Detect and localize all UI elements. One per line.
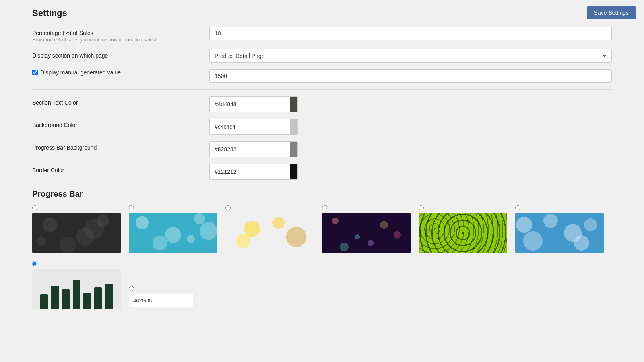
page-title: Settings: [32, 8, 612, 19]
section-text-color-row: Section Text Color: [32, 96, 612, 112]
chart-bar-4: [73, 280, 80, 309]
pb-radio-2[interactable]: [129, 205, 134, 210]
manual-input[interactable]: [209, 69, 612, 83]
pb-option-4: [322, 205, 411, 253]
display-page-control: Product Detail Page Home Page Cart Page: [209, 49, 612, 63]
progress-bar-bg-group: [209, 141, 298, 157]
pb-image-3[interactable]: [225, 213, 314, 253]
pb-option-5: [419, 205, 507, 253]
pb-option-chart: [32, 261, 121, 309]
pb-image-1[interactable]: [32, 213, 121, 253]
pb-radio-chart[interactable]: [32, 261, 37, 266]
background-color-swatch[interactable]: [290, 119, 298, 134]
progress-bar-bg-input[interactable]: [210, 143, 290, 156]
pb-radio-1[interactable]: [32, 205, 37, 210]
progress-bar-options-row1: [32, 205, 612, 253]
progress-bar-section-title: Progress Bar: [32, 189, 612, 199]
divider-1: [32, 89, 612, 90]
manual-label: Display manual generated value: [40, 69, 121, 76]
save-settings-button[interactable]: Save Settings: [587, 6, 636, 19]
pb-radio-5[interactable]: [419, 205, 424, 210]
percentage-label: Percentage (%) of Sales: [32, 30, 209, 36]
pb-color-group: [129, 294, 193, 307]
manual-checkbox[interactable]: [32, 70, 38, 75]
chart-bar-2: [51, 286, 59, 309]
section-text-color-input[interactable]: [210, 98, 290, 111]
percentage-row: Percentage (%) of Sales How much % of sa…: [32, 27, 612, 43]
pb-image-5[interactable]: [419, 213, 507, 253]
section-text-color-group: [209, 96, 298, 112]
chart-bar-1: [40, 294, 48, 309]
progress-bar-bg-control: [209, 141, 612, 157]
background-color-label: Background Color: [32, 119, 209, 128]
pb-image-6[interactable]: [515, 213, 604, 253]
progress-bar-options-row2: [32, 261, 612, 309]
pb-option-3: [225, 205, 314, 253]
border-color-row: Border Color: [32, 164, 612, 180]
percentage-input[interactable]: [209, 27, 612, 40]
section-text-color-control: [209, 96, 612, 112]
percentage-control: [209, 27, 612, 40]
section-text-color-label: Section Text Color: [32, 96, 209, 106]
pb-option-1: [32, 205, 121, 253]
manual-checkbox-group: Display manual generated value: [32, 69, 209, 76]
progress-bar-bg-row: Progress Bar Background: [32, 141, 612, 157]
chart-bar-3: [62, 289, 70, 309]
pb-radio-4[interactable]: [322, 205, 327, 210]
chart-bar-7: [105, 284, 113, 309]
percentage-sub: How much % of sales you want to show in …: [32, 37, 209, 43]
border-color-swatch[interactable]: [290, 164, 298, 179]
pb-radio-3[interactable]: [225, 205, 231, 210]
percentage-label-group: Percentage (%) of Sales How much % of sa…: [32, 27, 209, 43]
pb-radio-6[interactable]: [515, 205, 520, 210]
chart-bar-5: [83, 293, 91, 309]
pb-option-6: [515, 205, 604, 253]
background-color-row: Background Color: [32, 119, 612, 135]
border-color-label: Border Color: [32, 164, 209, 173]
background-color-group: [209, 119, 298, 135]
section-text-color-swatch[interactable]: [290, 97, 298, 112]
background-color-control: [209, 119, 612, 135]
border-color-control: [209, 164, 612, 180]
page-wrapper: Save Settings Settings Percentage (%) of…: [0, 0, 644, 362]
pb-radio-color[interactable]: [129, 286, 134, 291]
pb-image-chart[interactable]: [32, 269, 121, 309]
display-page-select[interactable]: Product Detail Page Home Page Cart Page: [209, 49, 612, 63]
pb-option-color: [129, 261, 193, 309]
display-page-label: Display section on which page: [32, 49, 209, 59]
progress-bar-bg-label: Progress Bar Background: [32, 141, 209, 151]
display-page-row: Display section on which page Product De…: [32, 49, 612, 63]
manual-control: [209, 69, 612, 83]
pb-color-input[interactable]: [129, 295, 193, 306]
progress-bar-bg-swatch[interactable]: [290, 142, 298, 157]
pb-image-4[interactable]: [322, 213, 411, 253]
background-color-input[interactable]: [210, 120, 290, 133]
manual-row: Display manual generated value: [32, 69, 612, 83]
pb-option-2: [129, 205, 217, 253]
pb-image-2[interactable]: [129, 213, 217, 253]
border-color-group: [209, 164, 298, 180]
chart-bar-6: [94, 287, 102, 309]
border-color-input[interactable]: [210, 165, 290, 178]
